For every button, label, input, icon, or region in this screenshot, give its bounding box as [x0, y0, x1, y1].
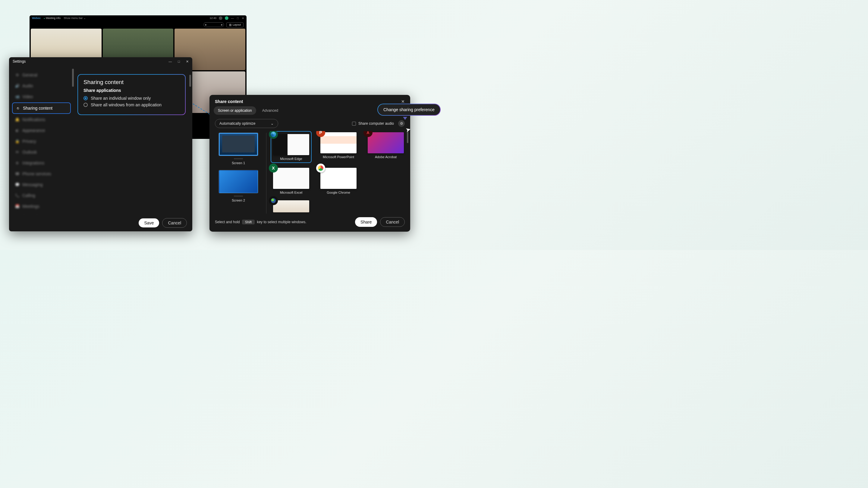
sharing-content-card: Sharing content Share applications Share…: [78, 74, 186, 115]
app-thumbnail: X: [273, 168, 309, 189]
sidebar-item-meetings[interactable]: 📅Meetings: [12, 201, 71, 212]
multi-select-hint: Select and hold Shift key to select mult…: [215, 220, 307, 224]
sidebar-item-appearance[interactable]: ◐Appearance: [12, 125, 71, 135]
zoom-slider[interactable]: [204, 22, 224, 27]
sidebar-item-phone-services[interactable]: ☎Phone services: [12, 169, 71, 179]
app-powerpoint[interactable]: P Microsoft PowerPoint: [318, 131, 359, 163]
app-label: Microsoft PowerPoint: [323, 155, 354, 159]
optimize-select[interactable]: Automatically optimize ⌄: [215, 119, 278, 128]
sidebar-item-label: Meetings: [22, 204, 39, 209]
app-chrome[interactable]: Google Chrome: [318, 167, 359, 195]
status-dot-1: [219, 16, 222, 20]
sidebar-item-audio[interactable]: 🔊Audio: [12, 81, 71, 91]
powerpoint-icon: P: [316, 131, 325, 137]
sidebar-item-calling[interactable]: 📞Calling: [12, 190, 71, 201]
acrobat-icon: A: [364, 131, 373, 137]
sidebar-item-icon: ⊕: [15, 161, 19, 165]
sidebar-item-label: Sharing content: [23, 106, 53, 110]
cancel-button[interactable]: Cancel: [380, 217, 405, 227]
maximize-icon[interactable]: □: [178, 60, 180, 64]
sidebar-item-icon: 🔒: [15, 139, 19, 143]
sidebar-item-label: Phone services: [22, 171, 51, 176]
radio-individual-window[interactable]: Share an individual window only: [84, 96, 180, 101]
settings-footer: Save Cancel: [9, 215, 192, 231]
screen-list: Screen 1 Screen 2: [215, 131, 262, 214]
share-audio-checkbox[interactable]: Share computer audio: [352, 121, 394, 126]
sidebar-item-icon: ✉: [15, 150, 19, 154]
cancel-button[interactable]: Cancel: [162, 218, 187, 228]
shift-key-badge: Shift: [242, 220, 255, 224]
app-microsoft-edge[interactable]: Microsoft Edge: [271, 131, 312, 163]
screen-label: Screen 1: [232, 161, 245, 165]
close-icon[interactable]: ✕: [186, 60, 189, 64]
sidebar-item-icon: ◐: [15, 128, 19, 133]
maximize-icon[interactable]: □: [237, 17, 239, 20]
sidebar-item-outlook[interactable]: ✉Outlook: [12, 147, 71, 157]
settings-sidebar[interactable]: ⚙General🔊Audio📹Video⎋Sharing content🔔Not…: [9, 66, 74, 215]
radio-off-icon: [84, 103, 88, 107]
sidebar-item-integrations[interactable]: ⊕Integrations: [12, 158, 71, 168]
webex-logo: Webex: [32, 17, 41, 20]
sidebar-item-sharing-content[interactable]: ⎋Sharing content: [12, 102, 71, 114]
webex-titlebar: Webex Meeting info Show menu bar 12:40 —…: [30, 15, 247, 21]
app-thumbnail: [273, 134, 309, 155]
sidebar-item-label: Audio: [22, 84, 33, 88]
show-menu-bar[interactable]: Show menu bar: [64, 17, 86, 20]
sidebar-item-notifications[interactable]: 🔔Notifications: [12, 115, 71, 125]
screen-label: Screen 2: [232, 198, 245, 202]
app-acrobat[interactable]: A Adobe Acrobat: [365, 131, 406, 163]
settings-titlebar: Settings — □ ✕: [9, 57, 192, 66]
sidebar-item-label: Appearance: [22, 128, 45, 133]
checkbox-icon: [352, 122, 356, 126]
radio-all-windows[interactable]: Share all windows from an application: [84, 102, 180, 107]
share-title: Share content: [215, 99, 243, 104]
sidebar-item-privacy[interactable]: 🔒Privacy: [12, 136, 71, 147]
sidebar-item-general[interactable]: ⚙General: [12, 70, 71, 80]
sidebar-item-label: General: [22, 73, 37, 77]
tooltip-change-sharing-preference: Change sharing preference: [377, 104, 441, 116]
close-icon[interactable]: ✕: [401, 99, 405, 104]
card-heading: Sharing content: [84, 79, 180, 86]
tab-screen-or-app[interactable]: Screen or application: [214, 106, 256, 115]
close-icon[interactable]: ✕: [242, 17, 244, 20]
sidebar-item-label: Notifications: [22, 117, 45, 122]
screen-2-item[interactable]: Screen 2: [215, 170, 262, 202]
settings-window: Settings — □ ✕ ⚙General🔊Audio📹Video⎋Shar…: [9, 57, 192, 231]
sidebar-item-icon: 💬: [15, 183, 19, 187]
chrome-icon: [316, 164, 325, 173]
sidebar-item-join-options[interactable]: Join options: [12, 212, 71, 215]
tooltip-text: Change sharing preference: [378, 104, 440, 115]
status-dot-2: [225, 16, 228, 20]
divider: [266, 133, 267, 214]
sidebar-item-messaging[interactable]: 💬Messaging: [12, 180, 71, 190]
checkbox-label: Share computer audio: [358, 121, 394, 126]
sidebar-item-label: Calling: [22, 193, 35, 198]
app-excel[interactable]: X Microsoft Excel: [271, 167, 312, 195]
screen-1-item[interactable]: Screen 1: [215, 133, 262, 165]
layout-button[interactable]: Layout: [226, 22, 244, 27]
sidebar-item-video[interactable]: 📹Video: [12, 92, 71, 102]
app-thumbnail: [320, 168, 356, 189]
app-webex[interactable]: [271, 199, 312, 214]
select-value: Automatically optimize: [219, 121, 255, 126]
edge-icon: [269, 131, 278, 139]
sidebar-item-icon: 🔔: [15, 118, 19, 122]
minimize-icon[interactable]: —: [168, 60, 172, 64]
sidebar-item-icon: ⎋: [16, 106, 20, 110]
app-thumbnail: P: [320, 132, 356, 153]
save-button[interactable]: Save: [138, 218, 159, 227]
minimize-icon[interactable]: —: [231, 17, 234, 20]
settings-title: Settings: [13, 59, 26, 64]
clock-label: 12:40: [210, 17, 216, 20]
app-label: Microsoft Excel: [280, 191, 303, 194]
app-empty-slot: [365, 167, 406, 195]
excel-icon: X: [269, 164, 278, 173]
sidebar-item-icon: 📞: [15, 193, 19, 198]
tab-advanced[interactable]: Advanced: [258, 106, 282, 115]
app-label: Microsoft Edge: [280, 157, 302, 161]
meeting-info-link[interactable]: Meeting info: [44, 17, 61, 20]
app-label: Adobe Acrobat: [375, 155, 397, 159]
share-button[interactable]: Share: [355, 217, 377, 227]
gear-icon[interactable]: ⚙: [398, 120, 405, 127]
sidebar-item-icon: 📹: [15, 95, 19, 99]
